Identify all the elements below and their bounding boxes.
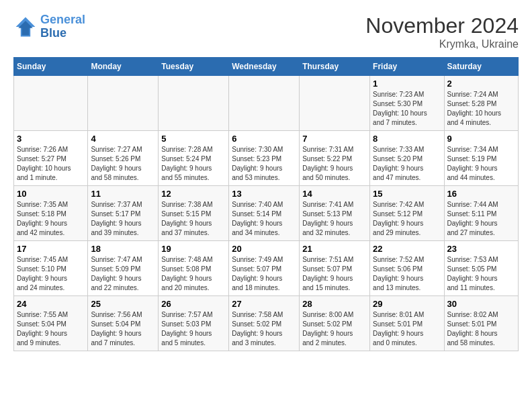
day-info: Sunrise: 7:24 AM Sunset: 5:28 PM Dayligh… [447,90,516,128]
day-number: 6 [232,134,296,144]
day-number: 8 [373,134,441,144]
calendar-cell: 26Sunrise: 7:57 AM Sunset: 5:03 PM Dayli… [159,296,229,351]
weekday-header: Saturday [444,58,519,76]
day-number: 24 [17,299,85,309]
calendar-cell: 4Sunrise: 7:27 AM Sunset: 5:26 PM Daylig… [88,131,159,186]
day-number: 5 [161,134,226,144]
calendar-cell: 12Sunrise: 7:38 AM Sunset: 5:15 PM Dayli… [159,186,229,241]
day-info: Sunrise: 7:35 AM Sunset: 5:18 PM Dayligh… [17,200,85,238]
day-number: 10 [17,189,85,199]
calendar-cell: 27Sunrise: 7:58 AM Sunset: 5:02 PM Dayli… [229,296,300,351]
day-info: Sunrise: 7:45 AM Sunset: 5:10 PM Dayligh… [17,255,85,293]
calendar-cell: 25Sunrise: 7:56 AM Sunset: 5:04 PM Dayli… [88,296,159,351]
weekday-header: Tuesday [159,58,229,76]
calendar-cell: 3Sunrise: 7:26 AM Sunset: 5:27 PM Daylig… [14,131,88,186]
day-info: Sunrise: 7:51 AM Sunset: 5:07 PM Dayligh… [302,255,367,293]
logo: General Blue [13,13,85,40]
day-number: 25 [91,299,155,309]
calendar-cell: 8Sunrise: 7:33 AM Sunset: 5:20 PM Daylig… [370,131,444,186]
day-number: 23 [447,244,516,254]
title-area: November 2024 Krymka, Ukraine [365,13,519,50]
weekday-header: Sunday [14,58,88,76]
calendar-cell: 29Sunrise: 8:01 AM Sunset: 5:01 PM Dayli… [370,296,444,351]
day-number: 1 [373,79,441,89]
day-number: 21 [302,244,367,254]
day-number: 17 [17,244,85,254]
day-number: 4 [91,134,155,144]
day-number: 13 [232,189,296,199]
day-info: Sunrise: 7:44 AM Sunset: 5:11 PM Dayligh… [447,200,516,238]
day-info: Sunrise: 7:40 AM Sunset: 5:14 PM Dayligh… [232,200,296,238]
day-info: Sunrise: 8:02 AM Sunset: 5:01 PM Dayligh… [447,310,516,348]
calendar-cell: 5Sunrise: 7:28 AM Sunset: 5:24 PM Daylig… [159,131,229,186]
day-info: Sunrise: 7:34 AM Sunset: 5:19 PM Dayligh… [447,145,516,183]
calendar-cell: 7Sunrise: 7:31 AM Sunset: 5:22 PM Daylig… [300,131,370,186]
day-info: Sunrise: 7:23 AM Sunset: 5:30 PM Dayligh… [373,90,441,128]
calendar-cell: 22Sunrise: 7:52 AM Sunset: 5:06 PM Dayli… [370,241,444,296]
calendar-cell: 28Sunrise: 8:00 AM Sunset: 5:02 PM Dayli… [300,296,370,351]
weekday-header: Friday [370,58,444,76]
day-info: Sunrise: 7:56 AM Sunset: 5:04 PM Dayligh… [91,310,155,348]
weekday-header: Wednesday [229,58,300,76]
calendar-cell: 30Sunrise: 8:02 AM Sunset: 5:01 PM Dayli… [444,296,519,351]
day-number: 11 [91,189,155,199]
calendar-cell: 16Sunrise: 7:44 AM Sunset: 5:11 PM Dayli… [444,186,519,241]
day-number: 18 [91,244,155,254]
day-number: 29 [373,299,441,309]
day-number: 16 [447,189,516,199]
day-info: Sunrise: 7:52 AM Sunset: 5:06 PM Dayligh… [373,255,441,293]
logo-icon [13,15,38,39]
calendar-cell [159,76,229,131]
day-info: Sunrise: 7:26 AM Sunset: 5:27 PM Dayligh… [17,145,85,183]
calendar-cell: 23Sunrise: 7:53 AM Sunset: 5:05 PM Dayli… [444,241,519,296]
day-info: Sunrise: 7:42 AM Sunset: 5:12 PM Dayligh… [373,200,441,238]
calendar-cell: 6Sunrise: 7:30 AM Sunset: 5:23 PM Daylig… [229,131,300,186]
day-number: 19 [161,244,226,254]
weekday-header: Monday [88,58,159,76]
day-number: 27 [232,299,296,309]
page-header: General Blue November 2024 Krymka, Ukrai… [13,13,519,50]
day-info: Sunrise: 7:37 AM Sunset: 5:17 PM Dayligh… [91,200,155,238]
calendar-cell: 18Sunrise: 7:47 AM Sunset: 5:09 PM Dayli… [88,241,159,296]
logo-text: General Blue [40,13,85,40]
day-number: 20 [232,244,296,254]
calendar-cell: 11Sunrise: 7:37 AM Sunset: 5:17 PM Dayli… [88,186,159,241]
calendar-cell [88,76,159,131]
calendar-cell: 17Sunrise: 7:45 AM Sunset: 5:10 PM Dayli… [14,241,88,296]
day-info: Sunrise: 7:41 AM Sunset: 5:13 PM Dayligh… [302,200,367,238]
day-number: 22 [373,244,441,254]
day-info: Sunrise: 7:47 AM Sunset: 5:09 PM Dayligh… [91,255,155,293]
day-number: 26 [161,299,226,309]
calendar-table: SundayMondayTuesdayWednesdayThursdayFrid… [13,57,519,351]
calendar-cell: 1Sunrise: 7:23 AM Sunset: 5:30 PM Daylig… [370,76,444,131]
calendar-cell: 20Sunrise: 7:49 AM Sunset: 5:07 PM Dayli… [229,241,300,296]
day-info: Sunrise: 7:33 AM Sunset: 5:20 PM Dayligh… [373,145,441,183]
calendar-cell: 10Sunrise: 7:35 AM Sunset: 5:18 PM Dayli… [14,186,88,241]
day-number: 12 [161,189,226,199]
day-number: 2 [447,79,516,89]
location-subtitle: Krymka, Ukraine [365,38,519,50]
day-number: 15 [373,189,441,199]
day-number: 28 [302,299,367,309]
calendar-cell [229,76,300,131]
month-title: November 2024 [365,13,519,38]
day-info: Sunrise: 7:28 AM Sunset: 5:24 PM Dayligh… [161,145,226,183]
day-number: 7 [302,134,367,144]
day-info: Sunrise: 8:01 AM Sunset: 5:01 PM Dayligh… [373,310,441,348]
day-info: Sunrise: 7:53 AM Sunset: 5:05 PM Dayligh… [447,255,516,293]
calendar-cell: 14Sunrise: 7:41 AM Sunset: 5:13 PM Dayli… [300,186,370,241]
day-info: Sunrise: 7:58 AM Sunset: 5:02 PM Dayligh… [232,310,296,348]
day-info: Sunrise: 8:00 AM Sunset: 5:02 PM Dayligh… [302,310,367,348]
day-info: Sunrise: 7:38 AM Sunset: 5:15 PM Dayligh… [161,200,226,238]
day-info: Sunrise: 7:57 AM Sunset: 5:03 PM Dayligh… [161,310,226,348]
day-info: Sunrise: 7:48 AM Sunset: 5:08 PM Dayligh… [161,255,226,293]
day-info: Sunrise: 7:49 AM Sunset: 5:07 PM Dayligh… [232,255,296,293]
day-number: 14 [302,189,367,199]
day-info: Sunrise: 7:55 AM Sunset: 5:04 PM Dayligh… [17,310,85,348]
calendar-cell: 21Sunrise: 7:51 AM Sunset: 5:07 PM Dayli… [300,241,370,296]
day-info: Sunrise: 7:31 AM Sunset: 5:22 PM Dayligh… [302,145,367,183]
day-number: 3 [17,134,85,144]
calendar-cell: 15Sunrise: 7:42 AM Sunset: 5:12 PM Dayli… [370,186,444,241]
day-info: Sunrise: 7:30 AM Sunset: 5:23 PM Dayligh… [232,145,296,183]
calendar-cell [14,76,88,131]
